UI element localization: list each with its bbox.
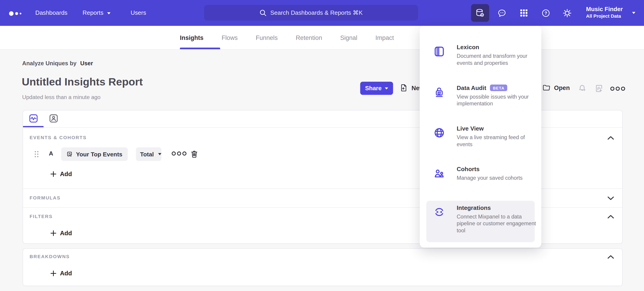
breakdowns-section-label: BREAKDOWNS: [30, 254, 70, 259]
event-click-icon: [66, 150, 72, 158]
collapse-filters-section-button[interactable]: [608, 215, 614, 219]
data-management-dropdown: Lexicon Document and transform your even…: [420, 26, 541, 248]
active-tab-underline: [180, 48, 220, 49]
globe-icon: [434, 127, 445, 138]
analyze-prefix: Analyze Uniques by: [22, 60, 77, 66]
chevron-down-icon: [107, 12, 110, 14]
audit-lock-icon: [434, 87, 445, 98]
tab-impact[interactable]: Impact: [375, 34, 394, 41]
trash-icon: [190, 150, 198, 158]
nav-users[interactable]: Users: [130, 0, 146, 26]
event-name: Your Top Events: [76, 151, 122, 158]
gear-icon: [562, 8, 572, 18]
add-label: Add: [60, 229, 72, 236]
chevron-down-icon: [158, 153, 161, 155]
bell-plus-icon: [578, 84, 587, 93]
menu-item-title: Cohorts: [457, 166, 541, 172]
share-label: Share: [365, 85, 382, 92]
open-label: Open: [554, 84, 570, 91]
formulas-section-label: FORMULAS: [30, 195, 60, 200]
search-icon: [260, 9, 267, 16]
event-selector-button[interactable]: Your Top Events: [61, 147, 128, 161]
tab-signal[interactable]: Signal: [340, 34, 357, 41]
person-card-icon: [49, 114, 58, 123]
settings-button[interactable]: [558, 4, 576, 22]
add-alert-button[interactable]: [578, 84, 587, 93]
expand-formulas-section-button[interactable]: [608, 196, 614, 200]
nav-reports[interactable]: Reports: [82, 0, 110, 26]
menu-item-cohorts[interactable]: Cohorts Manage your saved cohorts: [420, 163, 541, 204]
folder-icon: [542, 83, 551, 92]
row-more-menu[interactable]: [172, 151, 186, 155]
filters-section-label: FILTERS: [30, 214, 52, 219]
people-icon: [434, 168, 445, 179]
analyze-value[interactable]: User: [80, 60, 93, 66]
menu-item-title: Integrations: [457, 204, 541, 211]
board-plus-icon: [594, 84, 604, 93]
menu-item-integrations[interactable]: Integrations Connect Mixpanel to a data …: [420, 202, 541, 242]
top-navigation-bar: Dashboards Reports Users Search Dashboar…: [0, 0, 644, 26]
mixpanel-logo-icon[interactable]: [9, 11, 21, 16]
chat-bubble-icon: [497, 8, 507, 18]
project-switcher[interactable]: Music Finder All Project Data: [586, 5, 623, 19]
tab-retention[interactable]: Retention: [296, 34, 322, 41]
tab-flows[interactable]: Flows: [222, 34, 238, 41]
sync-arrows-icon: [434, 207, 445, 218]
nav-dashboards[interactable]: Dashboards: [35, 0, 68, 26]
add-label: Add: [60, 170, 72, 177]
report-tab-bar: Insights Flows Funnels Retention Signal …: [0, 26, 644, 50]
plus-icon: [50, 270, 56, 276]
drag-handle[interactable]: [34, 151, 39, 158]
lexicon-book-icon: [434, 46, 445, 57]
add-event-button[interactable]: Add: [50, 170, 72, 177]
project-scope: All Project Data: [586, 13, 623, 19]
app-window: Dashboards Reports Users Search Dashboar…: [0, 0, 644, 291]
profiles-query-tab[interactable]: [49, 114, 58, 123]
pulse-chart-icon: [29, 114, 38, 123]
menu-item-title: Lexicon: [457, 44, 541, 50]
page-title[interactable]: Untitled Insights Report: [22, 75, 143, 88]
breakdowns-card: BREAKDOWNS Add: [23, 248, 623, 286]
apps-grid-button[interactable]: [514, 4, 533, 22]
menu-item-title: Live View: [457, 125, 541, 132]
tab-funnels[interactable]: Funnels: [256, 34, 278, 41]
analyze-by-line: Analyze Uniques byUser: [22, 60, 93, 66]
chevron-down-icon: [632, 12, 635, 14]
collapse-events-section-button[interactable]: [608, 136, 614, 140]
aggregation-selector-button[interactable]: Total: [136, 147, 162, 161]
events-query-tab[interactable]: [29, 114, 38, 123]
menu-item-data-audit[interactable]: Data Audit BETA View possible issues wit…: [420, 82, 541, 122]
updated-timestamp: Updated less than a minute ago: [22, 94, 100, 100]
search-placeholder: Search Dashboards & Reports ⌘K: [270, 9, 362, 16]
add-breakdown-button[interactable]: Add: [50, 270, 72, 277]
add-to-board-button[interactable]: [594, 84, 604, 93]
project-name: Music Finder: [586, 5, 623, 13]
tab-insights[interactable]: Insights: [180, 34, 204, 41]
help-button[interactable]: ?: [537, 4, 555, 22]
series-letter: A: [49, 150, 53, 157]
collapse-breakdowns-section-button[interactable]: [608, 255, 614, 259]
database-gear-icon: [475, 8, 485, 18]
plus-icon: [50, 171, 56, 177]
svg-text:?: ?: [544, 10, 547, 15]
menu-item-title: Data Audit: [457, 84, 486, 91]
open-report-button[interactable]: Open: [542, 83, 570, 92]
question-mark-icon: ?: [541, 8, 550, 18]
add-filter-button[interactable]: Add: [50, 229, 72, 236]
delete-row-button[interactable]: [190, 150, 198, 158]
report-more-menu[interactable]: [610, 87, 625, 91]
menu-item-description: Document and transform your events and p…: [457, 52, 541, 67]
data-management-button[interactable]: [471, 4, 489, 22]
menu-item-live-view[interactable]: Live View View a live streaming feed of …: [420, 122, 541, 163]
chevron-down-icon: [385, 87, 388, 89]
beta-badge: BETA: [490, 84, 508, 91]
feedback-button[interactable]: [493, 4, 511, 22]
events-cohorts-section-label: EVENTS & COHORTS: [30, 135, 86, 140]
share-button[interactable]: Share: [360, 82, 393, 95]
document-plus-icon: [399, 83, 408, 92]
search-input[interactable]: Search Dashboards & Reports ⌘K: [204, 5, 418, 21]
menu-item-description: View a live streaming feed of events: [457, 134, 541, 148]
menu-item-lexicon[interactable]: Lexicon Document and transform your even…: [420, 41, 541, 82]
add-label: Add: [60, 270, 72, 277]
menu-item-description: Connect Mixpanel to a data pipeline or c…: [457, 213, 541, 234]
